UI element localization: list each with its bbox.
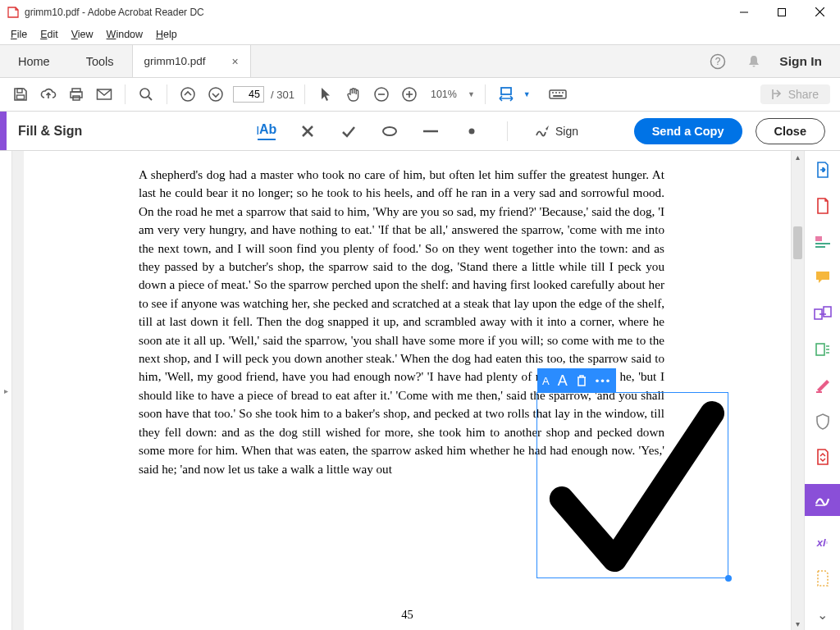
page-down-icon[interactable] bbox=[205, 84, 226, 105]
bell-icon[interactable] bbox=[743, 51, 765, 72]
menu-bar: File Edit View Window Help bbox=[0, 25, 840, 44]
svg-rect-21 bbox=[501, 88, 511, 94]
send-copy-button[interactable]: Send a Copy bbox=[634, 118, 742, 144]
tab-tools[interactable]: Tools bbox=[68, 45, 132, 77]
minimize-button[interactable] bbox=[725, 0, 763, 25]
text-smaller-icon[interactable]: A bbox=[542, 375, 550, 387]
svg-line-13 bbox=[148, 97, 152, 100]
scroll-down-arrow[interactable]: ▾ bbox=[792, 619, 804, 628]
svg-point-12 bbox=[140, 89, 149, 98]
svg-rect-22 bbox=[550, 90, 566, 98]
right-tools-panel: xl▫ ⌄ bbox=[804, 151, 840, 630]
tab-document[interactable]: grimm10.pdf × bbox=[132, 45, 251, 77]
combine-files-icon[interactable] bbox=[813, 304, 833, 322]
svg-point-32 bbox=[469, 128, 475, 134]
window-title: grimm10.pdf - Adobe Acrobat Reader DC bbox=[25, 7, 204, 18]
page-number-input[interactable] bbox=[233, 86, 264, 103]
convert-icon[interactable] bbox=[813, 569, 833, 587]
document-page: A shepherd's dog had a master who took n… bbox=[24, 151, 791, 630]
more-tools-icon[interactable]: xl▫ bbox=[813, 534, 833, 552]
tabs-row: Home Tools grimm10.pdf × ? Sign In bbox=[0, 44, 840, 78]
checkmark-icon bbox=[537, 393, 728, 578]
fit-dropdown-icon[interactable]: ▼ bbox=[523, 90, 531, 98]
svg-rect-37 bbox=[824, 307, 831, 317]
compress-pdf-icon[interactable] bbox=[813, 449, 833, 467]
menu-help[interactable]: Help bbox=[150, 27, 183, 42]
menu-window[interactable]: Window bbox=[101, 27, 148, 42]
document-pane[interactable]: A shepherd's dog had a master who took n… bbox=[12, 151, 791, 630]
zoom-level[interactable]: 101% bbox=[427, 88, 461, 101]
add-text-tool[interactable]: |Ab bbox=[258, 122, 276, 140]
svg-rect-7 bbox=[17, 95, 25, 99]
share-button[interactable]: Share bbox=[760, 84, 830, 104]
svg-rect-34 bbox=[815, 243, 830, 244]
page-number: 45 bbox=[24, 608, 791, 622]
text-larger-icon[interactable]: A bbox=[558, 372, 568, 390]
edit-pdf-icon[interactable] bbox=[813, 233, 833, 251]
comment-icon[interactable] bbox=[813, 268, 833, 286]
zoom-out-icon[interactable] bbox=[371, 84, 392, 105]
help-icon[interactable]: ? bbox=[707, 51, 728, 72]
hand-pan-icon[interactable] bbox=[343, 84, 364, 105]
page-up-icon[interactable] bbox=[177, 84, 199, 105]
fill-sign-panel-icon[interactable] bbox=[805, 484, 841, 515]
close-window-button[interactable] bbox=[801, 0, 838, 25]
close-fillsign-button[interactable]: Close bbox=[756, 118, 826, 144]
svg-text:?: ? bbox=[715, 56, 721, 67]
resize-handle[interactable] bbox=[725, 575, 732, 582]
fill-sign-bar: Fill & Sign |Ab Sign Send a Copy Close bbox=[0, 112, 840, 151]
svg-rect-35 bbox=[815, 246, 825, 248]
page-total: / 301 bbox=[271, 89, 294, 101]
cloud-upload-icon[interactable] bbox=[38, 84, 59, 105]
cross-mark-tool[interactable] bbox=[299, 122, 317, 140]
svg-rect-9 bbox=[71, 92, 82, 98]
dot-tool[interactable] bbox=[463, 122, 481, 140]
circle-tool[interactable] bbox=[381, 122, 399, 140]
sign-tool[interactable]: Sign bbox=[534, 122, 578, 140]
app-icon bbox=[7, 6, 20, 19]
svg-rect-38 bbox=[816, 344, 824, 355]
organize-pages-icon[interactable] bbox=[813, 340, 833, 358]
more-annotation-icon[interactable]: ••• bbox=[596, 375, 612, 387]
close-tab-icon[interactable]: × bbox=[232, 55, 239, 68]
mail-icon[interactable] bbox=[94, 84, 115, 105]
scroll-up-arrow[interactable]: ▴ bbox=[792, 153, 804, 162]
redact-icon[interactable] bbox=[813, 377, 833, 395]
check-mark-tool[interactable] bbox=[340, 122, 358, 140]
svg-point-30 bbox=[383, 127, 396, 135]
print-icon[interactable] bbox=[66, 84, 87, 105]
tab-document-label: grimm10.pdf bbox=[144, 55, 206, 67]
left-gutter-expand[interactable]: ▸ bbox=[0, 151, 12, 630]
annotation-toolbar: A A ••• bbox=[537, 368, 616, 393]
svg-rect-33 bbox=[815, 236, 822, 241]
zoom-in-icon[interactable] bbox=[399, 84, 420, 105]
create-pdf-icon[interactable] bbox=[813, 197, 833, 215]
zoom-dropdown-icon[interactable]: ▼ bbox=[468, 90, 475, 98]
sign-in-link[interactable]: Sign In bbox=[779, 54, 822, 69]
save-icon[interactable] bbox=[10, 84, 31, 105]
window-titlebar: grimm10.pdf - Adobe Acrobat Reader DC bbox=[0, 0, 840, 25]
menu-view[interactable]: View bbox=[66, 27, 99, 42]
fill-sign-title: Fill & Sign bbox=[18, 124, 82, 139]
export-pdf-icon[interactable] bbox=[813, 161, 833, 179]
menu-edit[interactable]: Edit bbox=[34, 27, 64, 42]
zoom-icon[interactable] bbox=[135, 84, 157, 105]
tab-home[interactable]: Home bbox=[0, 45, 68, 77]
share-label: Share bbox=[788, 88, 819, 101]
scroll-thumb[interactable] bbox=[793, 226, 802, 259]
fit-width-icon[interactable] bbox=[495, 84, 517, 105]
fill-sign-accent bbox=[0, 112, 7, 150]
line-tool[interactable] bbox=[422, 122, 440, 140]
checkmark-annotation[interactable]: A A ••• bbox=[536, 392, 728, 578]
panel-collapse-icon[interactable]: ⌄ bbox=[813, 605, 833, 623]
selection-arrow-icon[interactable] bbox=[315, 84, 336, 105]
maximize-button[interactable] bbox=[763, 0, 801, 25]
svg-point-15 bbox=[209, 88, 222, 101]
keyboard-icon[interactable] bbox=[547, 84, 568, 105]
menu-file[interactable]: File bbox=[5, 27, 33, 42]
vertical-scrollbar[interactable]: ▴ ▾ bbox=[791, 151, 804, 630]
delete-annotation-icon[interactable] bbox=[576, 374, 587, 387]
sign-label: Sign bbox=[555, 125, 578, 138]
protect-icon[interactable] bbox=[813, 413, 833, 431]
work-area: ▸ A shepherd's dog had a master who took… bbox=[0, 151, 840, 630]
